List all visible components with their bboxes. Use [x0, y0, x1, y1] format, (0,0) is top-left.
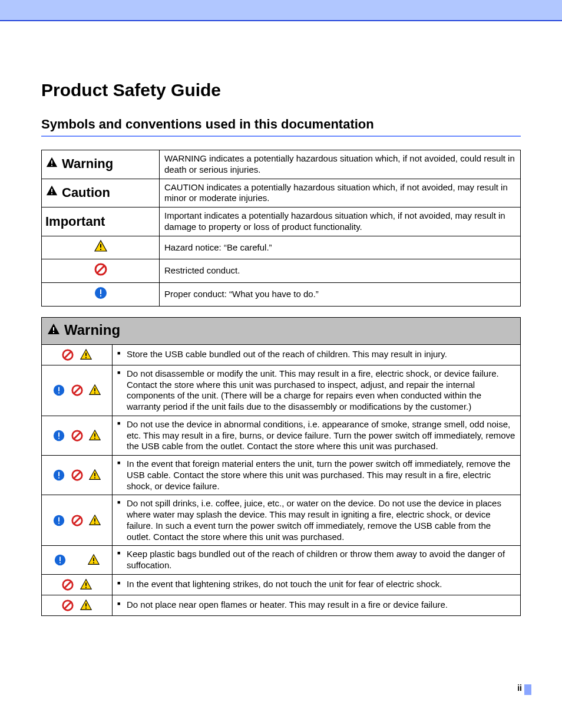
hazard-icon: [80, 599, 92, 612]
symbol-label: Caution: [62, 185, 110, 200]
table-row: Warning: [42, 317, 521, 344]
symbol-description: Hazard notice: “Be careful.”: [160, 236, 521, 259]
warning-icon-cell: [42, 456, 113, 495]
symbol-description: Restricted conduct.: [160, 259, 521, 283]
warning-text-cell: In the event that foreign material enter…: [113, 456, 521, 495]
table-row: Hazard notice: “Be careful.”: [42, 236, 521, 259]
warning-text-cell: In the event that lightening strikes, do…: [113, 574, 521, 595]
info-icon: [52, 384, 65, 397]
hazard-icon: [80, 348, 92, 361]
warning-text: In the event that lightening strikes, do…: [117, 579, 515, 590]
table-row: Caution CAUTION indicates a potentially …: [42, 179, 521, 207]
hazard-icon: [88, 384, 101, 397]
hazard-icon: [88, 514, 101, 527]
symbol-description: Important indicates a potentially hazard…: [160, 207, 521, 236]
symbols-table: Warning WARNING indicates a potentially …: [41, 150, 521, 307]
page-content: Product Safety Guide Symbols and convent…: [0, 21, 562, 616]
info-icon: [52, 469, 65, 482]
prohibit-icon: [61, 599, 74, 612]
info-icon: [94, 292, 108, 302]
alert-icon: [45, 185, 58, 202]
symbol-label: Important: [45, 214, 105, 229]
alert-icon: [47, 322, 61, 341]
symbol-icon-cell: [42, 236, 160, 259]
warning-header-label: Warning: [64, 322, 120, 338]
hazard-icon: [88, 469, 101, 482]
prohibit-icon: [61, 348, 74, 361]
warning-icon-cell: [42, 365, 113, 416]
table-row: Important Important indicates a potentia…: [42, 207, 521, 236]
symbol-label: Warning: [62, 156, 113, 171]
hazard-icon: [94, 245, 108, 255]
table-row: Keep plastic bags bundled out of the rea…: [42, 546, 521, 575]
warning-text: In the event that foreign material enter…: [117, 459, 515, 492]
warning-text-cell: Store the USB cable bundled out of the r…: [113, 344, 521, 365]
subtitle-rule: [41, 136, 521, 137]
table-row: Store the USB cable bundled out of the r…: [42, 344, 521, 365]
page-corner-tab: [524, 684, 531, 695]
table-row: Do not place near open flames or heater.…: [42, 595, 521, 615]
table-row: In the event that foreign material enter…: [42, 456, 521, 495]
table-row: In the event that lightening strikes, do…: [42, 574, 521, 595]
warning-icon-cell: [42, 595, 113, 615]
symbol-label-cell: Warning: [42, 150, 160, 179]
warning-text: Do not spill drinks, i.e. coffee, juice,…: [117, 498, 515, 542]
section-subtitle: Symbols and conventions used in this doc…: [41, 117, 521, 132]
warning-text-cell: Keep plastic bags bundled out of the rea…: [113, 546, 521, 575]
page-top-bar: [0, 0, 562, 21]
prohibit-icon: [61, 578, 74, 591]
warning-icon-cell: [42, 546, 113, 575]
table-row: Do not spill drinks, i.e. coffee, juice,…: [42, 495, 521, 546]
warning-text: Do not disassemble or modify the unit. T…: [117, 368, 515, 413]
prohibit-icon: [94, 268, 108, 278]
prohibit-icon: [71, 469, 84, 482]
warning-text: Keep plastic bags bundled out of the rea…: [117, 549, 515, 571]
page-title: Product Safety Guide: [41, 80, 521, 100]
table-row: Restricted conduct.: [42, 259, 521, 283]
symbol-description: CAUTION indicates a potentially hazardou…: [160, 179, 521, 207]
table-row: Do not disassemble or modify the unit. T…: [42, 365, 521, 416]
prohibit-icon: [71, 514, 84, 527]
info-icon: [52, 514, 65, 527]
page-number: ii: [517, 683, 522, 693]
warning-text: Do not place near open flames or heater.…: [117, 599, 515, 611]
table-row: Warning WARNING indicates a potentially …: [42, 150, 521, 179]
warning-icon-cell: [42, 416, 113, 455]
prohibit-icon: [71, 384, 84, 397]
symbol-description: Proper conduct: “What you have to do.”: [160, 283, 521, 307]
alert-icon: [45, 156, 58, 173]
warning-text-cell: Do not disassemble or modify the unit. T…: [113, 365, 521, 416]
warning-text-cell: Do not place near open flames or heater.…: [113, 595, 521, 615]
symbol-description: WARNING indicates a potentially hazardou…: [160, 150, 521, 179]
warning-table: Warning Store the USB cable bundled out …: [41, 317, 521, 616]
symbol-label-cell: Caution: [42, 179, 160, 207]
symbol-icon-cell: [42, 259, 160, 283]
table-row: Proper conduct: “What you have to do.”: [42, 283, 521, 307]
warning-text: Store the USB cable bundled out of the r…: [117, 349, 515, 360]
warning-icon-cell: [42, 574, 113, 595]
warning-header-cell: Warning: [42, 317, 521, 344]
hazard-icon: [88, 429, 101, 442]
warning-text: Do not use the device in abnormal condit…: [117, 419, 515, 452]
warning-icon-cell: [42, 495, 113, 546]
prohibit-icon: [71, 429, 84, 442]
warning-text-cell: Do not use the device in abnormal condit…: [113, 416, 521, 455]
info-icon: [54, 554, 67, 566]
warning-icon-cell: [42, 344, 113, 365]
warning-text-cell: Do not spill drinks, i.e. coffee, juice,…: [113, 495, 521, 546]
hazard-icon: [87, 554, 100, 566]
table-row: Do not use the device in abnormal condit…: [42, 416, 521, 455]
symbol-label-cell: Important: [42, 207, 160, 236]
info-icon: [52, 429, 65, 442]
symbol-icon-cell: [42, 283, 160, 307]
hazard-icon: [80, 578, 92, 591]
